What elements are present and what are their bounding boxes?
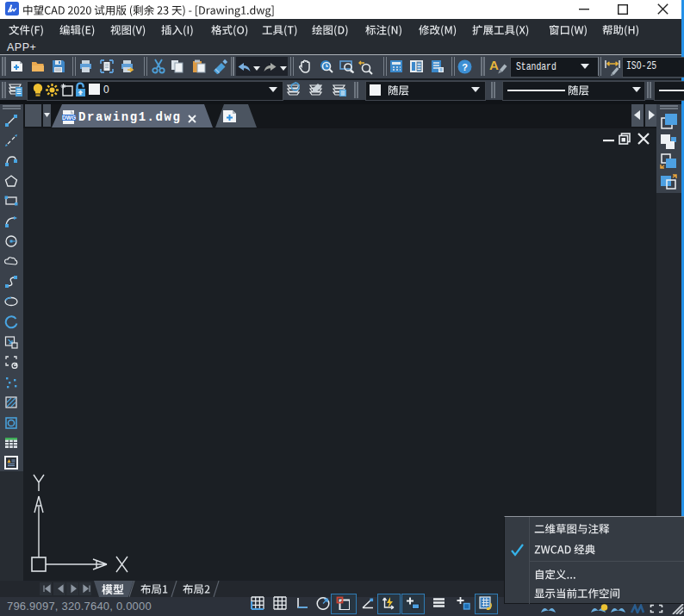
svg-text:?: ? (462, 62, 468, 72)
svg-text:DWG: DWG (62, 115, 76, 121)
svg-text:A: A (489, 58, 499, 72)
